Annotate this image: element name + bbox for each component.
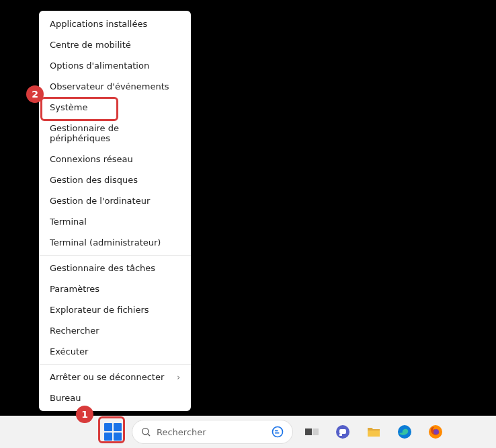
- menu-item-apps-installed[interactable]: Applications installées: [39, 13, 191, 34]
- menu-item-task-manager[interactable]: Gestionnaire des tâches: [39, 258, 191, 278]
- chevron-right-icon: ›: [177, 373, 180, 382]
- menu-item-disk-management[interactable]: Gestion des disques: [39, 170, 191, 190]
- menu-item-label: Gestionnaire des tâches: [50, 263, 155, 273]
- bing-chat-icon: [271, 425, 284, 439]
- menu-item-label: Rechercher: [50, 326, 99, 336]
- taskbar-taskview[interactable]: [300, 420, 324, 444]
- menu-item-device-manager[interactable]: Gestionnaire de périphériques: [39, 118, 191, 149]
- menu-item-label: Système: [50, 102, 87, 112]
- taskbar-file-explorer[interactable]: [362, 420, 386, 444]
- taskbar: Rechercher: [0, 416, 496, 448]
- svg-point-0: [142, 428, 149, 435]
- menu-item-label: Arrêter ou se déconnecter: [50, 372, 164, 382]
- taskbar-edge[interactable]: [392, 420, 417, 444]
- menu-item-computer-management[interactable]: Gestion de l'ordinateur: [39, 190, 191, 211]
- svg-rect-4: [313, 428, 319, 435]
- menu-item-desktop[interactable]: Bureau: [39, 387, 191, 408]
- menu-item-terminal[interactable]: Terminal: [39, 211, 191, 232]
- menu-item-settings[interactable]: Paramètres: [39, 278, 191, 299]
- menu-item-label: Observateur d'événements: [50, 81, 169, 91]
- menu-item-label: Terminal (administrateur): [50, 237, 161, 248]
- menu-item-system[interactable]: Système: [39, 97, 191, 118]
- menu-item-event-viewer[interactable]: Observateur d'événements: [39, 76, 191, 97]
- menu-item-label: Exécuter: [50, 346, 88, 357]
- menu-separator: [39, 364, 191, 365]
- svg-point-2: [273, 427, 283, 437]
- annotation-badge-2: 2: [26, 85, 44, 103]
- chat-icon: [335, 424, 351, 440]
- menu-item-label: Connexions réseau: [50, 154, 133, 164]
- annotation-badge-1: 1: [76, 406, 93, 423]
- svg-point-10: [433, 429, 439, 435]
- winx-context-menu: Applications installées Centre de mobili…: [39, 11, 191, 411]
- menu-item-search[interactable]: Rechercher: [39, 320, 191, 341]
- search-icon: [140, 426, 151, 437]
- annotation-badge-label: 2: [32, 89, 38, 100]
- svg-rect-6: [339, 429, 346, 434]
- menu-item-label: Gestionnaire de périphériques: [50, 123, 180, 143]
- menu-item-shutdown-signout[interactable]: Arrêter ou se déconnecter ›: [39, 367, 191, 387]
- menu-item-power-options[interactable]: Options d'alimentation: [39, 55, 191, 76]
- menu-separator: [39, 255, 191, 256]
- menu-item-label: Options d'alimentation: [50, 61, 149, 71]
- search-placeholder: Rechercher: [157, 427, 206, 437]
- svg-rect-7: [339, 434, 342, 436]
- menu-item-run[interactable]: Exécuter: [39, 341, 191, 362]
- menu-item-label: Applications installées: [50, 19, 147, 29]
- taskview-icon: [304, 424, 320, 440]
- svg-line-1: [148, 434, 150, 436]
- start-button[interactable]: [101, 420, 125, 444]
- firefox-icon: [427, 424, 444, 440]
- windows-logo-icon: [104, 423, 122, 441]
- menu-item-label: Bureau: [50, 393, 81, 403]
- menu-item-label: Gestion de l'ordinateur: [50, 196, 150, 206]
- menu-item-terminal-admin[interactable]: Terminal (administrateur): [39, 232, 191, 253]
- menu-item-label: Gestion des disques: [50, 175, 138, 185]
- edge-icon: [397, 424, 413, 440]
- menu-item-network-connections[interactable]: Connexions réseau: [39, 149, 191, 170]
- menu-item-file-explorer[interactable]: Explorateur de fichiers: [39, 299, 191, 320]
- menu-item-label: Explorateur de fichiers: [50, 305, 149, 315]
- folder-icon: [366, 424, 382, 440]
- menu-item-label: Paramètres: [50, 284, 99, 294]
- menu-item-label: Centre de mobilité: [50, 40, 131, 50]
- menu-item-mobility-center[interactable]: Centre de mobilité: [39, 34, 191, 55]
- annotation-badge-label: 1: [81, 409, 88, 420]
- taskbar-search[interactable]: Rechercher: [132, 420, 293, 444]
- menu-item-label: Terminal: [50, 217, 87, 227]
- svg-rect-3: [305, 428, 312, 435]
- taskbar-firefox[interactable]: [423, 420, 448, 444]
- taskbar-chat[interactable]: [331, 420, 355, 444]
